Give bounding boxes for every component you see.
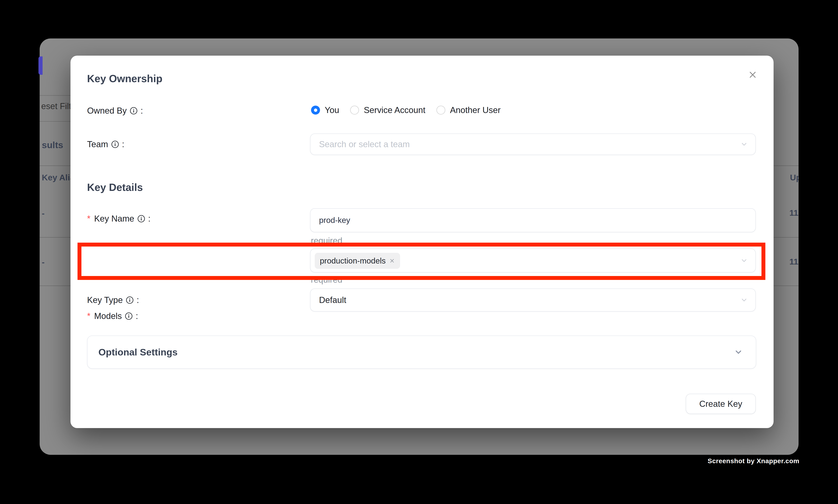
tag-remove-icon[interactable] xyxy=(389,258,395,264)
models-selected-tag: production-models xyxy=(315,253,400,269)
key-name-label-text: Key Name xyxy=(94,214,134,224)
radio-option-service-account[interactable]: Service Account xyxy=(350,105,425,115)
table-header-key-alias: Key Alia xyxy=(42,173,75,182)
team-select-placeholder: Search or select a team xyxy=(319,134,410,155)
owned-by-label-text: Owned By xyxy=(87,106,127,116)
models-select[interactable]: production-models xyxy=(310,249,756,272)
radio-label-service-account: Service Account xyxy=(364,105,425,115)
close-icon[interactable] xyxy=(748,70,758,80)
table-row-1-updated: 11/ xyxy=(789,208,799,218)
radio-unselected-icon[interactable] xyxy=(436,106,445,114)
models-label-text: Models xyxy=(94,311,122,321)
label-colon: : xyxy=(122,139,124,149)
label-colon: : xyxy=(148,214,150,224)
primary-button-fragment[interactable] xyxy=(38,56,42,75)
info-icon[interactable] xyxy=(125,312,133,320)
owned-by-radio-group: You Service Account Another User xyxy=(311,105,501,115)
label-colon: : xyxy=(141,106,143,116)
key-name-input[interactable]: prod-key xyxy=(310,208,756,232)
key-name-label: * Key Name : xyxy=(87,214,150,224)
key-type-label-text: Key Type xyxy=(87,295,123,305)
optional-settings-title: Optional Settings xyxy=(99,336,178,368)
models-label: * Models : xyxy=(87,311,138,321)
radio-label-another-user: Another User xyxy=(450,105,501,115)
label-colon: : xyxy=(136,311,138,321)
key-type-label: Key Type : xyxy=(87,295,139,305)
radio-option-you[interactable]: You xyxy=(311,105,339,115)
required-asterisk: * xyxy=(87,311,90,321)
models-tag-label: production-models xyxy=(320,256,386,266)
create-key-modal: Key Ownership Owned By : You Service Acc… xyxy=(70,56,773,428)
watermark: Screenshot by Xnapper.com xyxy=(708,457,799,465)
radio-label-you: You xyxy=(325,105,339,115)
reset-filters-button-fragment[interactable]: eset Filt xyxy=(41,101,71,111)
required-asterisk: * xyxy=(87,214,90,224)
team-label: Team : xyxy=(87,139,124,149)
optional-settings-accordion[interactable]: Optional Settings xyxy=(87,336,756,369)
label-colon: : xyxy=(137,295,139,305)
table-row-2-alias: - xyxy=(42,257,44,267)
table-header-updated: Up xyxy=(790,173,799,182)
reset-filters-button-border-bottom xyxy=(40,121,71,122)
radio-option-another-user[interactable]: Another User xyxy=(436,105,501,115)
chevron-down-icon xyxy=(740,140,748,148)
owned-by-label: Owned By : xyxy=(87,106,143,116)
chevron-down-icon xyxy=(740,296,748,304)
team-label-text: Team xyxy=(87,139,108,149)
reset-filters-button-border-top xyxy=(40,95,71,96)
section-title-key-details: Key Details xyxy=(87,182,143,193)
table-row-2-updated: 11/ xyxy=(789,257,799,267)
chevron-down-icon xyxy=(740,257,748,265)
create-key-button[interactable]: Create Key xyxy=(686,394,756,414)
results-count-fragment: sults xyxy=(42,140,63,150)
info-icon[interactable] xyxy=(126,296,134,304)
section-title-key-ownership: Key Ownership xyxy=(87,73,162,85)
key-type-select[interactable]: Default xyxy=(310,288,756,311)
models-validation-message: required xyxy=(311,275,342,285)
screenshot-canvas: eset Filt sults Key Alia Up - 11/ - 11/ … xyxy=(0,0,838,504)
chevron-down-icon xyxy=(734,348,743,357)
radio-selected-icon[interactable] xyxy=(311,106,320,114)
key-type-select-value: Default xyxy=(319,289,346,311)
team-select[interactable]: Search or select a team xyxy=(310,133,756,155)
key-name-validation-message: required xyxy=(311,236,342,246)
info-icon[interactable] xyxy=(111,140,119,148)
table-row-1-alias: - xyxy=(42,209,44,218)
radio-unselected-icon[interactable] xyxy=(350,106,359,114)
key-name-input-value: prod-key xyxy=(319,209,350,232)
info-icon[interactable] xyxy=(130,107,138,115)
info-icon[interactable] xyxy=(137,215,145,223)
